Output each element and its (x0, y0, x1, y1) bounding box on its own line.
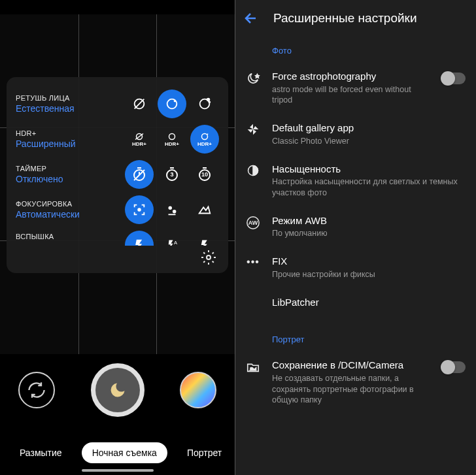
retouch-off-icon[interactable] (125, 90, 154, 118)
toggle-astro[interactable] (442, 73, 466, 84)
pref-text: Сохранение в /DCIM/Camera Не создавать о… (272, 359, 432, 406)
setting-title: ТАЙМЕР (16, 165, 94, 172)
setting-value: Автоматически (16, 209, 94, 220)
back-arrow-icon[interactable] (243, 10, 259, 26)
pref-save-dcim[interactable]: Сохранение в /DCIM/Camera Не создавать о… (235, 351, 476, 414)
pref-title: Насыщенность (272, 163, 466, 176)
svg-text:A: A (174, 240, 177, 246)
svg-point-3 (174, 100, 177, 103)
pref-title: Сохранение в /DCIM/Camera (272, 359, 432, 372)
pref-sub: По умолчанию (272, 228, 466, 239)
pinwheel-icon (245, 122, 262, 136)
hdr-enhanced-icon[interactable]: HDR+ (190, 125, 219, 154)
setting-flash: ВСПЫШКА A (7, 227, 228, 246)
pref-text: Режим AWB По умолчанию (272, 214, 466, 239)
pref-title: LibPatcher (272, 296, 466, 309)
timer-3-label: 3 (170, 171, 173, 178)
settings-gear-icon[interactable] (201, 250, 216, 265)
svg-point-16 (169, 206, 173, 210)
svg-point-17 (173, 210, 177, 214)
flash-on-icon[interactable] (190, 231, 219, 246)
moon-star-icon (245, 70, 262, 86)
flash-off-icon[interactable] (125, 231, 154, 246)
dots-text: ••• (246, 256, 260, 268)
setting-options (94, 90, 219, 118)
setting-labels: ВСПЫШКА (16, 233, 94, 240)
awb-icon: AW (245, 214, 262, 230)
pref-text: FIX Прочие настройки и фиксы (272, 255, 466, 280)
shutter-inner (95, 368, 140, 412)
setting-labels: ФОКУСИРОВКА Автоматически (16, 200, 94, 220)
svg-point-6 (209, 101, 210, 103)
timer-10-label: 10 (201, 171, 208, 178)
section-photo: Фото (235, 39, 476, 62)
pref-gallery[interactable]: Default gallery app Classic Photo Viewer (235, 114, 476, 154)
home-indicator[interactable] (82, 469, 154, 472)
toggle-dcim[interactable] (442, 361, 466, 373)
pref-text: Насыщенность Настройка насыщенности для … (272, 163, 466, 199)
pref-fix[interactable]: ••• FIX Прочие настройки и фиксы (235, 247, 476, 287)
hdr-on-icon[interactable]: HDR+ (158, 125, 186, 154)
pref-astro[interactable]: Force astrophotography astro mode will b… (235, 62, 476, 114)
timer-3s-icon[interactable]: 3 (158, 160, 186, 189)
svg-point-10 (202, 133, 208, 139)
setting-title: ФОКУСИРОВКА (16, 200, 94, 208)
awb-icon-text: AW (248, 220, 258, 226)
setting-value: Отключено (16, 174, 94, 184)
pref-libpatcher[interactable]: LibPatcher (235, 288, 476, 317)
timer-off-icon[interactable] (125, 160, 154, 189)
settings-header: Расширенные настройки (235, 0, 476, 37)
setting-timer: ТАЙМЕР Отключено 3 10 (7, 157, 228, 192)
mode-blur[interactable]: Размытие (9, 442, 73, 463)
camera-screen: РЕТУШЬ ЛИЦА Естественная HDR+ Расширенны… (0, 0, 235, 475)
pref-sub: Не создавать отдельные папки, а сохранят… (272, 373, 432, 406)
shutter-button[interactable] (91, 363, 144, 417)
setting-title: РЕТУШЬ ЛИЦА (16, 94, 94, 102)
quick-settings-panel: РЕТУШЬ ЛИЦА Естественная HDR+ Расширенны… (7, 77, 228, 273)
gear-row (7, 246, 228, 267)
svg-point-9 (169, 133, 175, 139)
hdr-label: HDR+ (165, 141, 179, 147)
setting-title: HDR+ (16, 129, 94, 137)
setting-value: Расширенный (16, 139, 94, 149)
pref-sub: Classic Photo Viewer (272, 136, 466, 147)
pref-awb[interactable]: AW Режим AWB По умолчанию (235, 206, 476, 247)
focus-auto-icon[interactable] (125, 195, 154, 224)
advanced-settings-screen: Расширенные настройки Фото Force astroph… (235, 0, 476, 475)
pref-sub: astro mode will be forced even without t… (272, 84, 432, 106)
pref-title: FIX (272, 255, 466, 268)
setting-options: HDR+ HDR+ HDR+ (94, 125, 219, 154)
focus-far-icon[interactable] (190, 195, 219, 224)
flash-auto-icon[interactable]: A (158, 231, 186, 246)
pref-title: Force astrophotography (272, 70, 432, 83)
switch-camera-button[interactable] (18, 372, 55, 408)
hdr-label: HDR+ (132, 141, 146, 147)
mode-night[interactable]: Ночная съемка (82, 442, 167, 463)
setting-title: ВСПЫШКА (16, 233, 94, 240)
pref-sub: Прочие настройки и фиксы (272, 269, 466, 280)
retouch-soft-icon[interactable] (190, 90, 219, 118)
more-dots-icon: ••• (245, 255, 262, 268)
setting-labels: ТАЙМЕР Отключено (16, 165, 94, 184)
pref-text: LibPatcher (272, 296, 466, 309)
focus-near-icon[interactable] (158, 195, 186, 224)
timer-10s-icon[interactable]: 10 (190, 160, 219, 189)
section-portrait: Портрет (235, 328, 476, 351)
hdr-label: HDR+ (197, 141, 212, 147)
mode-portrait[interactable]: Портрет (177, 442, 232, 463)
setting-labels: HDR+ Расширенный (16, 129, 94, 149)
svg-point-19 (207, 255, 211, 259)
pref-text: Default gallery app Classic Photo Viewer (272, 122, 466, 146)
setting-value: Естественная (16, 103, 94, 114)
pref-saturation[interactable]: Насыщенность Настройка насыщенности для … (235, 155, 476, 206)
pref-text: Force astrophotography astro mode will b… (272, 70, 432, 106)
retouch-natural-icon[interactable] (158, 90, 186, 118)
hdr-off-icon[interactable]: HDR+ (125, 125, 154, 154)
camera-bottom-bar: Размытие Ночная съемка Портрет Ка (0, 354, 235, 475)
gallery-thumbnail[interactable] (180, 372, 216, 408)
setting-hdr: HDR+ Расширенный HDR+ HDR+ HDR+ (7, 122, 228, 157)
moon-icon (109, 381, 127, 399)
settings-body[interactable]: Фото Force astrophotography astro mode w… (235, 37, 476, 414)
camera-modes[interactable]: Размытие Ночная съемка Портрет Ка (0, 442, 235, 463)
pref-sub: Настройка насыщенности для светлых и тем… (272, 176, 466, 199)
